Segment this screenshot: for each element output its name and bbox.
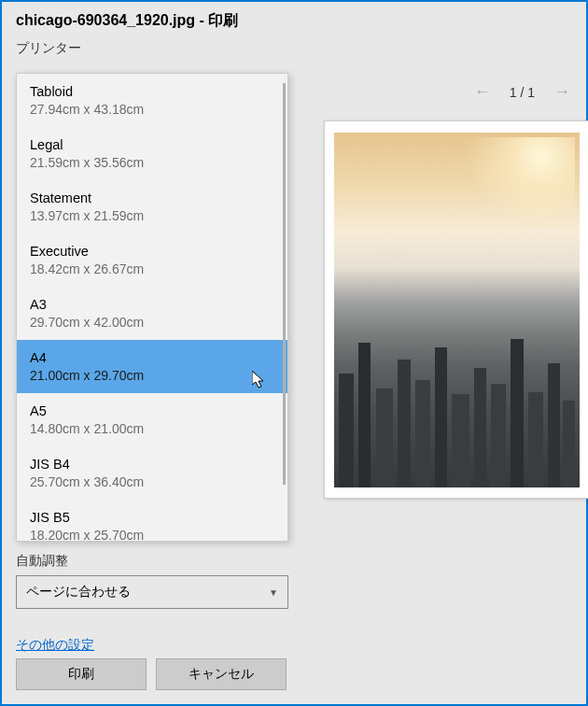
paper-dimensions: 14.80cm x 21.00cm	[30, 420, 274, 437]
paper-option[interactable]: A329.70cm x 42.00cm	[17, 287, 287, 340]
paper-dimensions: 27.94cm x 43.18cm	[30, 101, 274, 118]
paper-dimensions: 29.70cm x 42.00cm	[30, 314, 274, 331]
preview-image	[334, 133, 580, 487]
prev-page-arrow[interactable]: ←	[474, 82, 491, 102]
paper-dimensions: 18.20cm x 25.70cm	[30, 527, 274, 541]
fit-select[interactable]: ページに合わせる ▼	[16, 575, 288, 609]
paper-dimensions: 18.42cm x 26.67cm	[30, 261, 274, 277]
preview-paper	[324, 120, 588, 499]
printer-label: プリンター	[2, 35, 586, 66]
paper-option[interactable]: Statement13.97cm x 21.59cm	[17, 180, 287, 233]
chevron-down-icon: ▼	[269, 587, 278, 598]
paper-name: Executive	[30, 243, 274, 261]
paper-dimensions: 21.59cm x 35.56cm	[30, 154, 274, 171]
paper-option[interactable]: Executive18.42cm x 26.67cm	[17, 233, 287, 287]
print-button[interactable]: 印刷	[16, 658, 147, 690]
paper-name: A5	[30, 402, 274, 420]
fit-select-value: ページに合わせる	[26, 584, 131, 600]
paper-option[interactable]: Tabloid27.94cm x 43.18cm	[17, 74, 287, 127]
paper-name: Statement	[30, 190, 274, 207]
paper-option[interactable]: Legal21.59cm x 35.56cm	[17, 127, 287, 180]
paper-name: Legal	[30, 136, 274, 154]
paper-option[interactable]: JIS B518.20cm x 25.70cm	[17, 500, 287, 541]
next-page-arrow[interactable]: →	[553, 82, 570, 102]
paper-dimensions: 21.00cm x 29.70cm	[30, 367, 274, 384]
scrollbar[interactable]	[283, 83, 286, 485]
preview-pane: ← 1 / 1 →	[305, 73, 584, 702]
paper-name: Tabloid	[30, 83, 274, 101]
paper-option[interactable]: A421.00cm x 29.70cm	[17, 340, 287, 393]
window-title: chicago-690364_1920.jpg - 印刷	[2, 2, 586, 35]
paper-dimensions: 13.97cm x 21.59cm	[30, 207, 274, 224]
paper-name: A3	[30, 296, 274, 314]
paper-size-dropdown[interactable]: Tabloid27.94cm x 43.18cmLegal21.59cm x 3…	[16, 73, 288, 542]
paper-name: JIS B4	[30, 456, 274, 473]
paper-option[interactable]: JIS B425.70cm x 36.40cm	[17, 446, 287, 500]
print-dialog: chicago-690364_1920.jpg - 印刷 プリンター Tablo…	[0, 0, 588, 706]
page-indicator: 1 / 1	[510, 85, 535, 100]
paper-option[interactable]: A514.80cm x 21.00cm	[17, 393, 287, 446]
cancel-button[interactable]: キャンセル	[156, 658, 287, 690]
more-settings-link[interactable]: その他の設定	[16, 637, 94, 654]
paper-name: A4	[30, 349, 274, 367]
paper-dimensions: 25.70cm x 36.40cm	[30, 473, 274, 490]
paper-name: JIS B5	[30, 509, 274, 527]
auto-adjust-label: 自動調整	[16, 553, 288, 570]
